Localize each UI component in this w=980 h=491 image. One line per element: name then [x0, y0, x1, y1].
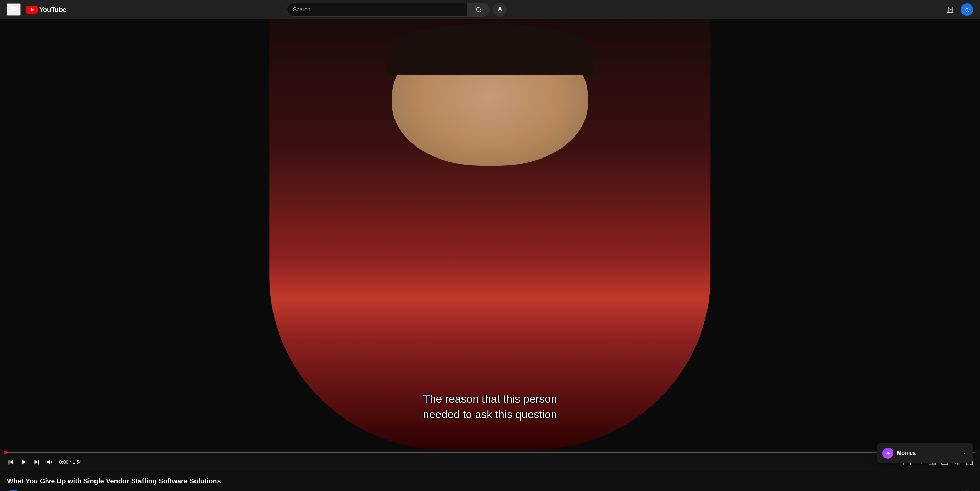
controls-row: 0:00 / 1:54 CC HD: [5, 457, 975, 468]
hamburger-menu-button[interactable]: [7, 3, 21, 16]
skip-back-button[interactable]: [5, 457, 16, 467]
monica-more-button[interactable]: ⋮: [961, 449, 967, 457]
monica-label: Monica: [897, 450, 916, 456]
volume-icon: [46, 458, 54, 466]
create-button[interactable]: [943, 3, 957, 16]
skip-back-icon: [7, 458, 14, 466]
youtube-icon: [26, 5, 38, 14]
search-input[interactable]: [293, 6, 462, 13]
channel-avatar[interactable]: a: [7, 489, 21, 491]
video-title: What You Give Up with Single Vendor Staf…: [7, 477, 973, 486]
video-player[interactable]: The reason that this person needed to as…: [0, 19, 980, 450]
play-icon: [20, 458, 27, 466]
monica-left: ✦ Monica: [882, 448, 916, 459]
skip-forward-button[interactable]: [32, 457, 42, 467]
video-frame: The reason that this person needed to as…: [0, 19, 980, 450]
play-button[interactable]: [19, 457, 29, 467]
skip-forward-icon: [33, 458, 41, 466]
svg-rect-2: [499, 7, 501, 10]
svg-line-1: [480, 11, 481, 13]
subtitle-line-2: needed to ask this question: [98, 407, 882, 422]
svg-marker-14: [47, 460, 50, 465]
mute-button[interactable]: [45, 457, 55, 467]
header-right: a: [943, 3, 973, 16]
header-left: YouTube: [7, 3, 66, 16]
channel-row: a Asymbl, Inc. Analytics Edit video: [7, 489, 973, 491]
svg-marker-11: [22, 460, 27, 465]
svg-marker-9: [10, 460, 13, 464]
svg-rect-10: [9, 460, 10, 464]
subtitle-line-1: The reason that this person: [98, 391, 882, 407]
search-container: [287, 3, 507, 16]
video-info-section: What You Give Up with Single Vendor Staf…: [0, 471, 980, 491]
youtube-logo[interactable]: YouTube: [26, 5, 66, 14]
progress-bar[interactable]: [5, 452, 975, 453]
voice-search-button[interactable]: [493, 3, 507, 16]
search-bar: [287, 3, 468, 16]
youtube-wordmark: YouTube: [39, 6, 66, 14]
avatar[interactable]: a: [961, 3, 973, 16]
search-button[interactable]: [468, 3, 490, 16]
time-display: 0:00 / 1:54: [59, 459, 82, 465]
monica-panel: ✦ Monica ⋮: [877, 443, 973, 464]
subtitle-overlay: The reason that this person needed to as…: [98, 391, 882, 422]
svg-rect-13: [38, 460, 39, 464]
microphone-icon: [497, 6, 503, 13]
header: YouTube: [0, 0, 980, 19]
search-icon: [475, 6, 482, 13]
svg-marker-12: [35, 460, 38, 464]
monica-icon: ✦: [882, 448, 893, 459]
video-controls-bar: 0:00 / 1:54 CC HD: [0, 450, 980, 471]
create-icon: [946, 6, 953, 13]
